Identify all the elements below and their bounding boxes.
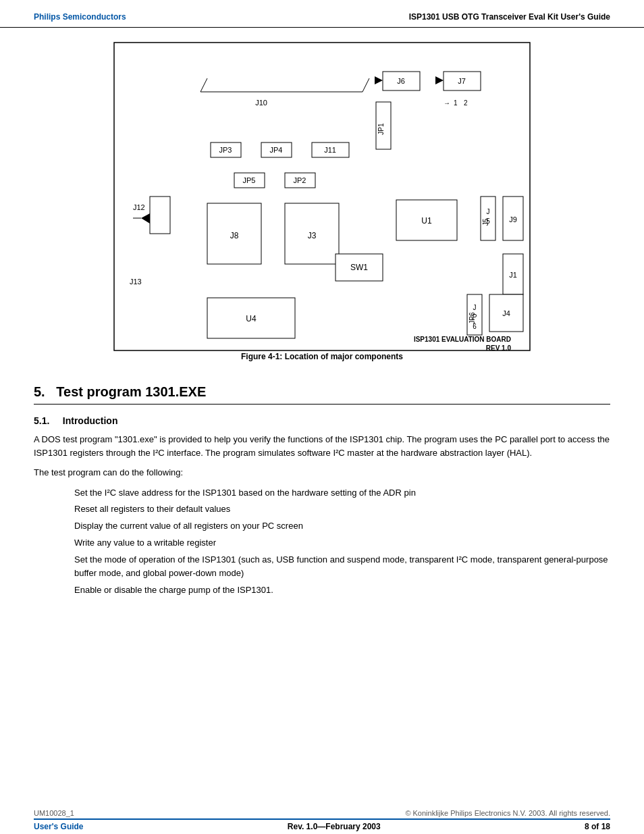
svg-text:J1: J1 [509, 271, 517, 279]
list-item: Display the current value of all registe… [74, 519, 610, 533]
list-item: Write any value to a writable register [74, 536, 610, 550]
svg-text:J10: J10 [255, 99, 267, 107]
svg-text:JP1: JP1 [377, 123, 385, 135]
svg-text:J8: J8 [230, 231, 239, 240]
svg-text:JP4: JP4 [270, 146, 283, 154]
svg-text:J13: J13 [130, 278, 142, 286]
list-item: Set the I²C slave address for the ISP130… [74, 486, 610, 500]
svg-text:U4: U4 [246, 314, 257, 323]
svg-text:JP3: JP3 [219, 146, 232, 154]
bullet-list: Set the I²C slave address for the ISP130… [74, 486, 610, 598]
footer-copyright: © Koninklijke Philips Electronics N.V. 2… [405, 809, 610, 817]
svg-text:J: J [473, 304, 477, 311]
svg-text:JP5: JP5 [243, 176, 256, 184]
board-diagram: J10 J6 J7 JP1 → 1 2 JP3 [113, 41, 531, 352]
svg-rect-27 [150, 197, 170, 234]
subsection-51-heading: 5.1. Introduction [34, 415, 610, 426]
svg-text:→: → [444, 99, 450, 107]
svg-text:J4: J4 [502, 309, 510, 317]
svg-text:6: 6 [473, 323, 477, 330]
svg-text:5: 5 [486, 217, 490, 225]
svg-text:U1: U1 [421, 216, 432, 226]
svg-text:SW1: SW1 [350, 263, 368, 272]
svg-text:2: 2 [464, 99, 468, 107]
footer-page-label: 8 of 18 [585, 822, 610, 831]
section-5-heading: 5. Test program 1301.EXE [34, 384, 610, 405]
section-5-title: Test program 1301.EXE [56, 384, 206, 399]
section-5-number: 5. [34, 384, 45, 399]
header-left: Philips Semiconductors [34, 12, 126, 22]
svg-text:ISP1301 EVALUATION BOARD: ISP1301 EVALUATION BOARD [414, 336, 511, 343]
list-item: Set the mode of operation of the ISP1301… [74, 553, 610, 581]
intro-paragraph-1: A DOS test program "1301.exe" is provide… [34, 433, 610, 459]
svg-text:J12: J12 [133, 203, 145, 211]
page-header: Philips Semiconductors ISP1301 USB OTG T… [0, 0, 644, 28]
footer-guide-label: User's Guide [34, 822, 84, 831]
subsection-51-title: Introduction [63, 415, 118, 426]
page-container: Philips Semiconductors ISP1301 USB OTG T… [0, 0, 644, 834]
footer-rev-label: Rev. 1.0—February 2003 [288, 822, 381, 831]
header-right: ISP1301 USB OTG Transceiver Eval Kit Use… [409, 12, 610, 22]
svg-text:REV 1.0: REV 1.0 [486, 344, 512, 352]
diagram-container: J10 J6 J7 JP1 → 1 2 JP3 [34, 41, 610, 377]
list-item: Reset all registers to their default val… [74, 502, 610, 517]
svg-text:J9: J9 [509, 215, 517, 224]
figure-caption: Figure 4-1: Location of major components [241, 352, 403, 361]
intro-paragraph-2: The test program can do the following: [34, 466, 610, 479]
subsection-51-number: 5.1. [34, 415, 49, 426]
svg-text:J6: J6 [397, 77, 405, 85]
footer-bottom-line: User's Guide Rev. 1.0—February 2003 8 of… [34, 818, 610, 831]
svg-text:P: P [473, 313, 477, 321]
list-item: Enable or disable the charge pump of the… [74, 583, 610, 598]
page-footer: UM10028_1 © Koninklijke Philips Electron… [0, 805, 644, 834]
footer-doc-id: UM10028_1 [34, 809, 74, 817]
svg-text:1: 1 [454, 99, 458, 107]
svg-text:J7: J7 [458, 77, 466, 85]
svg-text:J3: J3 [308, 231, 317, 240]
footer-top-line: UM10028_1 © Koninklijke Philips Electron… [34, 809, 610, 817]
svg-text:J: J [487, 208, 490, 215]
svg-text:JP2: JP2 [294, 176, 306, 184]
svg-text:J11: J11 [324, 146, 336, 154]
main-content: J10 J6 J7 JP1 → 1 2 JP3 [0, 41, 644, 598]
